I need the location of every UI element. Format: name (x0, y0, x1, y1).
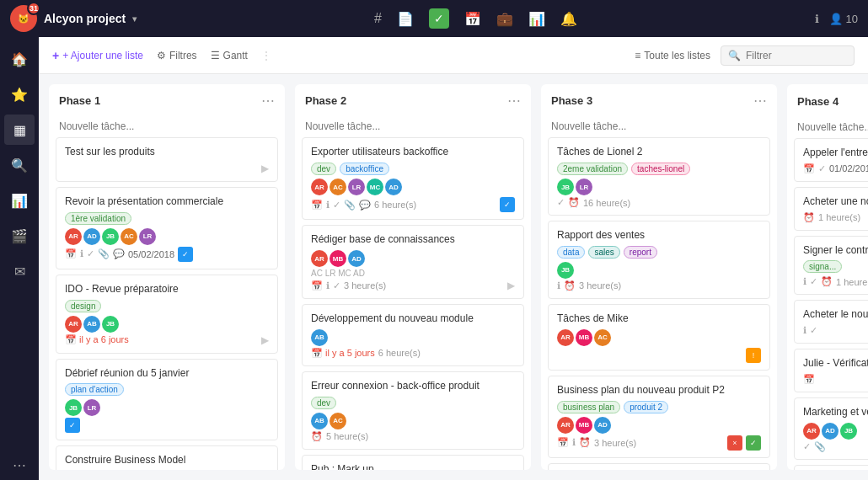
action-check[interactable]: ✓ (178, 247, 193, 262)
nav-bell-icon[interactable]: 🔔 (560, 11, 577, 27)
all-lists-button[interactable]: ≡ Toute les listes (635, 50, 710, 61)
card-title: Tâches de Lionel 2 (557, 145, 761, 159)
card-taches-mike[interactable]: Tâches de Mike AR MB AC ! (548, 304, 770, 371)
card-julie[interactable]: Julie - Vérification des dossiers 📅 (794, 349, 868, 392)
hours-text: 6 heure(s) (374, 200, 416, 210)
card-avatars: JB LR (557, 179, 761, 195)
card-test-produits[interactable]: Test sur les produits ▶ (56, 137, 278, 182)
tag: taches-lionel (631, 163, 690, 175)
card-meta-row: ℹ ✓ ⏰ 1 heure(s) (803, 276, 868, 287)
card-machine[interactable]: Acheter une nouvelle machine à c... ⏰ 1 … (794, 187, 868, 231)
card-business-model[interactable]: Construire Business Model bp AR JB ℹ 2 h… (56, 445, 278, 470)
avatar: MB (576, 417, 592, 434)
nav-chart-icon[interactable]: 📊 (528, 11, 545, 27)
card-meta-row: ℹ ✓ (803, 325, 868, 336)
nav-calendar-icon[interactable]: 📅 (464, 11, 481, 27)
sidebar-mail[interactable]: ✉ (4, 256, 35, 286)
project-name[interactable]: Alcyon project (44, 12, 126, 25)
card-benchmark[interactable]: Benchmark concurrents AR JB 📅 il y a 4 j… (548, 463, 770, 470)
card-contrat-client[interactable]: Signer le contrat du Client F signa... ℹ… (794, 236, 868, 296)
action-check[interactable]: ✓ (500, 197, 515, 212)
phase3-menu-icon[interactable]: ⋯ (753, 93, 767, 109)
action-red[interactable]: × (727, 435, 742, 451)
phase1-menu-icon[interactable]: ⋯ (261, 93, 275, 109)
phase2-new-task-input[interactable] (302, 115, 524, 137)
project-chevron-icon[interactable]: ▾ (132, 14, 137, 24)
sidebar-star[interactable]: ⭐ (4, 79, 35, 109)
card-materiel[interactable]: Acheter le nouveau matériel info... ℹ ✓ (794, 300, 868, 344)
info-icon[interactable]: ℹ (815, 13, 819, 25)
avatar: AD (822, 423, 839, 440)
expand-icon[interactable]: ▶ (261, 163, 269, 174)
card-date: 01/02/2018 (829, 163, 868, 173)
card-bplan-p2[interactable]: Business plan du nouveau produit P2 busi… (548, 376, 770, 458)
chat-icon: 💬 (113, 248, 125, 259)
card-taches-lionel[interactable]: Tâches de Lionel 2 2eme validation tache… (548, 137, 770, 216)
card-erreur[interactable]: Erreur connexion - back-office produit d… (302, 371, 524, 450)
expand-icon[interactable]: ▶ (507, 280, 515, 291)
sidebar-board[interactable]: ▦ (4, 115, 35, 145)
card-avatars: AR AD JB AC LR (65, 228, 269, 245)
card-renouvellement[interactable]: Renouvellement du contrat avec le... ℹ ✓… (794, 465, 868, 470)
tag: sales (588, 246, 619, 259)
card-base-connaissance[interactable]: Rédiger base de connaissances AR MB AD A… (302, 225, 524, 299)
card-ido[interactable]: IDO - Revue préparatoire design AR AB JB… (56, 275, 278, 354)
avatar: AR (557, 329, 574, 346)
card-pub-markup[interactable]: Pub : Mark up AR AD JB LR 📅 il y a 7 jou… (302, 455, 524, 470)
avatar: AR (557, 417, 574, 434)
phase2-menu-icon[interactable]: ⋯ (507, 93, 521, 109)
nav-hash-icon[interactable]: # (374, 11, 382, 26)
card-rapport-ventes[interactable]: Rapport des ventes data sales report JB … (548, 221, 770, 299)
logo-area[interactable]: 🐱 31 Alcyon project ▾ (10, 5, 137, 32)
card-debrief5jan[interactable]: Débrief réunion du 5 janvier plan d'acti… (56, 359, 278, 441)
search-input[interactable] (746, 50, 847, 61)
sidebar-home[interactable]: 🏠 (4, 44, 35, 74)
info-icon: ℹ (326, 280, 330, 291)
card-presentation[interactable]: Revoir la présentation commerciale 1ère … (56, 187, 278, 269)
check-icon: ✓ (810, 276, 817, 287)
action-check[interactable]: ✓ (65, 418, 80, 433)
action-green[interactable]: ✓ (746, 435, 761, 451)
clip-icon: 📎 (344, 200, 356, 211)
card-dev-module[interactable]: Développement du nouveau module AB 📅 il … (302, 304, 524, 366)
calendar-icon: 📅 (803, 163, 815, 174)
kanban-board: Phase 1 ⋯ Test sur les produits ▶ Revoir… (39, 74, 868, 480)
tag: dev (311, 397, 336, 409)
sidebar-more[interactable]: ⋯ (4, 450, 35, 480)
add-list-button[interactable]: + + Ajouter une liste (52, 49, 143, 62)
search-box[interactable]: 🔍 (721, 45, 855, 66)
card-tags: business plan produit 2 (557, 401, 761, 413)
sidebar-chart[interactable]: 📊 (4, 185, 35, 216)
avatar: MB (330, 250, 346, 267)
expand-icon[interactable]: ▶ (261, 334, 269, 346)
phase1-new-task-input[interactable] (56, 115, 278, 137)
nav-briefcase-icon[interactable]: 💼 (496, 11, 513, 27)
avatar: JB (840, 423, 857, 440)
user-count[interactable]: 👤 10 (829, 13, 858, 25)
nav-file-icon[interactable]: 📄 (397, 11, 414, 27)
card-title: IDO - Revue préparatoire (65, 282, 269, 296)
action-orange[interactable]: ! (746, 348, 761, 363)
info-icon: ℹ (557, 280, 560, 291)
avatar: JB (557, 179, 574, 195)
hours-text: 1 heure(s) (818, 212, 860, 222)
gantt-button[interactable]: ☰ Gantt (211, 50, 248, 61)
phase3-new-task-input[interactable] (548, 115, 770, 137)
phase4-new-task-input[interactable] (794, 116, 868, 138)
sidebar-search[interactable]: 🔍 (4, 150, 35, 180)
phase1-body: Test sur les produits ▶ Revoir la présen… (49, 115, 285, 470)
card-export[interactable]: Exporter utilisateurs backoffice dev bac… (302, 137, 524, 220)
filters-button[interactable]: ⚙ Filtres (157, 50, 197, 61)
card-meta-row: 📅 ℹ ✓ 📎 💬 05/02/2018 ✓ (65, 247, 269, 262)
card-marketing-ventes[interactable]: Marketing et ventes AR AD JB ✓ 📎 (794, 397, 868, 460)
toolbar: + + Ajouter une liste ⚙ Filtres ☰ Gantt … (39, 37, 868, 74)
card-appeler-bob[interactable]: Appeler l'entreprise BobServices... 📅 ✓ … (794, 138, 868, 182)
hours-text: 6 heure(s) (378, 348, 421, 358)
sidebar-video[interactable]: 🎬 (4, 221, 35, 251)
avatar: AC (330, 413, 346, 429)
avatar: LR (83, 399, 100, 416)
nav-check-icon[interactable]: ✓ (429, 8, 449, 29)
card-title: Appeler l'entreprise BobServices... (803, 146, 868, 160)
card-date: 05/02/2018 (128, 249, 174, 259)
chat-icon: 💬 (359, 200, 371, 211)
